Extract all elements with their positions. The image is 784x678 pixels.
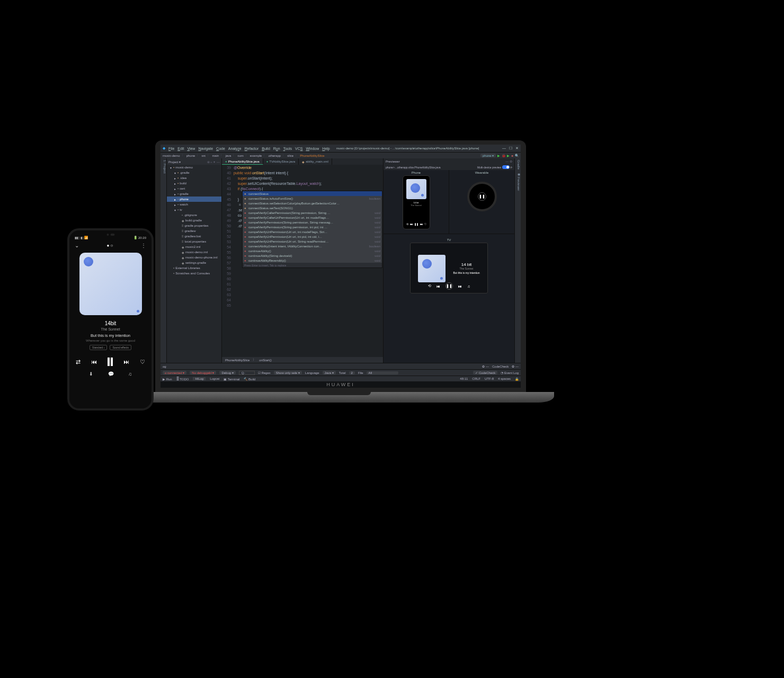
shuffle-button[interactable]: ⇄ [76,359,81,365]
menu-run[interactable]: Run [273,147,280,150]
stop-button[interactable]: ■ [511,154,513,157]
multi-device-toggle[interactable] [502,165,510,169]
effects-tag[interactable]: Sound effects [110,345,131,350]
menu-navigate[interactable]: Navigate [198,147,213,150]
menu-refactor[interactable]: Refactor [245,147,259,150]
lock-icon[interactable]: 🔒 [515,377,519,381]
tree-item[interactable]: ◆music2.iml [167,244,221,249]
todo-tab[interactable]: ≣ TODO [176,377,189,381]
autocomplete-popup[interactable]: ●connectStatus●connectStatus.isAutoFontS… [242,191,382,268]
preview-phone[interactable]: Phone 14 bit The Sonnet ⟲⏮❚❚⏭♡ [384,170,449,234]
crumb[interactable]: com [237,154,243,157]
tree-item[interactable]: ≡gradlew [167,228,221,234]
preview-path: phone>…otherapp.slice.PhoneAbilitySlice.… [386,166,441,169]
comment-button[interactable]: 💬 [108,371,114,377]
process-selector[interactable]: No debuggabl ▾ [190,371,216,374]
menu-analyze[interactable]: Analyze [228,147,242,150]
run-button[interactable]: ▶ [497,154,500,157]
tree-item[interactable]: ▸▪build [167,181,221,186]
album-art[interactable] [79,253,142,315]
tree-item[interactable]: ▾▪music-demo [167,165,221,170]
cursor-pos[interactable]: 48:11 [460,377,468,381]
close-button[interactable]: ✕ [515,146,519,150]
crumb[interactable]: example [250,154,262,157]
menu-tools[interactable]: Tools [283,147,292,150]
more-button[interactable]: ⋮ [141,243,146,248]
device-selector[interactable]: o connected ▾ [163,371,186,374]
menu-view[interactable]: View [187,147,195,150]
code-editor[interactable]: 3940414243444546474849505152535455565758… [222,165,383,357]
like-button[interactable]: ♡ [140,359,145,365]
search-icon[interactable]: 🔍 [515,154,519,157]
menu-edit[interactable]: Edit [177,147,184,150]
codecheck-button[interactable]: ✓ CodeCheck [473,371,497,374]
tree-item[interactable]: ▪External Libraries [167,265,221,271]
loglevel-selector[interactable]: Debug ▾ [219,371,235,374]
menu-window[interactable]: Window [306,147,319,150]
crumb[interactable]: src [201,154,206,157]
tree-item[interactable]: ▾▪.gradle [167,170,221,175]
tree-item[interactable]: ▸▪phone [167,197,221,202]
back-button[interactable]: ⌄ [75,243,79,248]
terminal-tab[interactable]: ▣ Terminal [224,377,239,381]
tree-item[interactable]: ≡local.properties [167,239,221,244]
menu-vcs[interactable]: VCS [295,147,302,150]
tree-item[interactable]: ≡gradle.properties [167,223,221,228]
tree-item[interactable]: ▾▪tv [167,207,221,212]
song-artist[interactable]: The Sonnet [75,327,146,331]
preview-wearable[interactable]: Wearable ❚❚ [449,170,514,234]
prev-button[interactable]: ⏮ [91,359,97,365]
tree-item[interactable]: ◆build.gradle [167,218,221,223]
logcat-tab[interactable]: Logcat [210,377,219,380]
crumb[interactable]: slice [287,154,293,157]
tree-item[interactable]: ▸▪gradle [167,191,221,197]
coverage-button[interactable]: ▶ [507,154,510,157]
hilog-tab[interactable]: HiLog [193,377,206,380]
preview-tv[interactable]: TV 14 bit The Sonnet But this is my inte… [384,234,514,363]
tab-ability-main[interactable]: ◆ability_main.xml [299,158,332,165]
download-button[interactable]: ⬇ [89,371,93,377]
project-view-selector[interactable]: Project ▾ [168,160,181,164]
tree-item[interactable]: ▪Scratches and Consoles [167,271,221,276]
tree-item[interactable]: ◆music-demo.iml [167,249,221,255]
menu-build[interactable]: Build [262,147,270,150]
playlist-button[interactable]: ♫ [128,371,132,377]
eventlog-button[interactable]: ◔ Event Log [501,371,519,374]
minimize-button[interactable]: — [502,146,506,150]
search-input[interactable]: Q- [239,371,255,375]
tab-tv-ability[interactable]: ●TVAbilitySlice.java [263,158,299,165]
player-mode[interactable]: ● ○ [107,243,113,248]
pause-button[interactable] [108,358,113,366]
tab-phone-ability[interactable]: ●PhoneAbilitySlice.java [222,158,263,165]
crumb[interactable]: main [212,154,219,157]
run-tab[interactable]: ▶ Run [163,377,172,381]
debug-button[interactable]: 🐞 [502,154,505,157]
menu-code[interactable]: Code [216,147,225,150]
ide-window: ◆ File Edit View Navigate Code Analyze R… [161,145,521,381]
menu-file[interactable]: File [168,147,174,150]
menu-help[interactable]: Help [322,147,329,150]
quality-tag[interactable]: Standard › [90,345,107,350]
crumb-current[interactable]: PhoneAbilitySlice [300,154,324,157]
next-button[interactable]: ⏭ [123,359,129,365]
crumb[interactable]: phone [186,154,195,157]
right-tool-tabs[interactable]: Gradle ◉ Previewer [514,158,521,363]
tree-item[interactable]: ◆settings.gradle [167,260,221,265]
tree-item[interactable]: ▸▪watch [167,202,221,207]
project-tool-tab[interactable]: 1: Project [161,158,167,363]
indent[interactable]: 4 spaces [498,377,511,381]
build-tab[interactable]: 🔨 Build [244,377,255,381]
encoding[interactable]: UTF-8 [485,377,494,381]
maximize-button[interactable]: ☐ [509,146,512,150]
tree-item[interactable]: ≡gradlew.bat [167,234,221,239]
refresh-icon[interactable]: ⟳ [510,166,512,169]
crumb[interactable]: java [225,154,231,157]
run-config-selector[interactable]: phone ▾ [480,154,496,157]
crumb[interactable]: music-demo [163,154,180,157]
tree-item[interactable]: ▸▪cert [167,186,221,191]
tree-item[interactable]: ◆music-demo-phone.iml [167,255,221,260]
tree-item[interactable]: ▸▪.idea [167,175,221,181]
crumb[interactable]: otherapp [268,154,281,157]
tree-item[interactable]: •.gitignore [167,212,221,218]
line-ending[interactable]: CRLF [472,377,480,381]
